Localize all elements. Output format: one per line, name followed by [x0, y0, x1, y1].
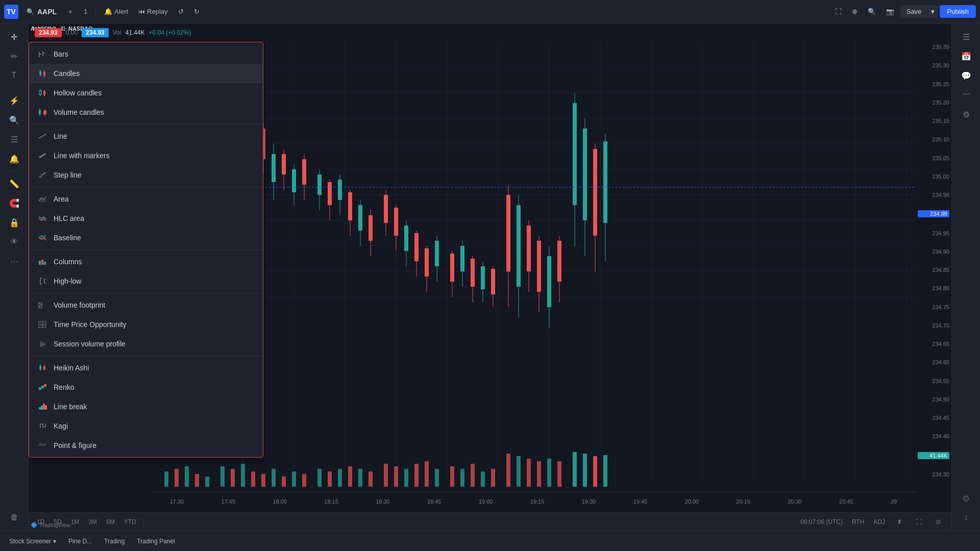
trading-panel-label: Trading Panel	[137, 538, 175, 545]
interval-selector[interactable]: 1	[80, 6, 91, 17]
arrow-icon[interactable]: ↕	[957, 508, 975, 527]
menu-item-kagi[interactable]: Kagi	[29, 416, 263, 436]
line-label: Line	[54, 132, 67, 140]
search-tool[interactable]: 🔍	[5, 111, 23, 129]
replay-icon: ⏮	[138, 8, 145, 15]
time-19-15: 19:15	[530, 498, 545, 505]
settings-icon[interactable]: ⚙	[957, 105, 975, 123]
wave-icon[interactable]: 〰	[957, 86, 975, 104]
svg-rect-58	[338, 180, 342, 200]
svg-rect-246	[43, 366, 45, 370]
svg-rect-102	[583, 129, 587, 220]
menu-item-line[interactable]: Line	[29, 127, 263, 146]
chart-area: NASDAQ · 1 · 234.93 0.00 234.93 Vol 41.4…	[29, 23, 951, 531]
lock-tool[interactable]: 🔒	[5, 213, 23, 232]
area-icon	[37, 194, 47, 204]
save-dropdown-button[interactable]: ▾	[927, 5, 938, 18]
alert-tool[interactable]: 🔔	[5, 149, 23, 168]
menu-item-line-break[interactable]: Line break	[29, 397, 263, 416]
pine-d-tab[interactable]: Pine D...	[63, 536, 97, 547]
svg-rect-232	[40, 304, 42, 306]
draw-tool[interactable]: ✏	[5, 47, 23, 65]
price-tick: 234.40	[918, 433, 949, 439]
session-volume-icon	[37, 339, 47, 349]
vol-price-badge: 41.44K	[918, 452, 949, 459]
fullscreen-chart-button[interactable]: ⛶	[910, 513, 928, 531]
replay-button[interactable]: ⏮ Replay	[134, 6, 172, 17]
text-tool[interactable]: T	[5, 66, 23, 85]
trading-panel-tab[interactable]: Trading Panel	[132, 536, 180, 547]
menu-item-bars[interactable]: Bars	[29, 44, 263, 64]
watchlist-icon[interactable]: ☰	[957, 28, 975, 46]
app-logo: TV	[4, 5, 18, 19]
templates-tool[interactable]: ☰	[5, 130, 23, 148]
step-line-icon	[37, 170, 47, 180]
crosshair-tool[interactable]: ✛	[5, 28, 23, 46]
menu-item-volume-candles[interactable]: Volume candles	[29, 103, 263, 122]
price-scale: 235.35 235.30 235.25 235.20 235.15 235.1…	[916, 42, 951, 480]
eye-tool[interactable]: 👁	[5, 233, 23, 251]
svg-rect-132	[425, 461, 429, 487]
compare-button[interactable]: ⊕	[848, 6, 862, 17]
redo-button[interactable]: ↻	[190, 6, 204, 17]
menu-item-hollow-candles[interactable]: Hollow candles	[29, 83, 263, 103]
menu-item-high-low[interactable]: High-low	[29, 271, 263, 291]
expand-chart-button[interactable]: ⬆	[890, 513, 909, 531]
publish-button[interactable]: Publish	[940, 5, 976, 18]
menu-item-heikin-ashi[interactable]: Heikin Ashi	[29, 358, 263, 378]
delete-tool[interactable]: 🗑	[5, 508, 23, 527]
svg-rect-116	[251, 471, 255, 487]
calendar-icon[interactable]: 📅	[957, 47, 975, 65]
svg-rect-134	[450, 466, 454, 487]
price-tick: 234.50	[918, 396, 949, 403]
menu-item-hlc-area[interactable]: HLC area	[29, 209, 263, 228]
fullscreen-button[interactable]: ⛶	[831, 6, 846, 17]
tf-ytd[interactable]: YTD	[120, 517, 140, 527]
settings-button-chart[interactable]: ⊙	[929, 513, 947, 531]
time-20-45: 20:45	[839, 498, 853, 505]
stock-screener-tab[interactable]: Stock Screener ▾	[4, 536, 61, 547]
indicators-tool[interactable]: ⚡	[5, 91, 23, 110]
trading-tab[interactable]: Trading	[99, 536, 130, 547]
menu-item-point-figure[interactable]: X O X Point & figure	[29, 436, 263, 455]
svg-rect-64	[369, 215, 373, 241]
time-price-label: Time Price Opportunity	[54, 320, 127, 329]
menu-item-volume-footprint[interactable]: Volume footprint	[29, 295, 263, 315]
undo-button[interactable]: ↺	[174, 6, 188, 17]
save-button[interactable]: Save	[900, 5, 928, 18]
svg-rect-74	[425, 248, 429, 277]
menu-item-area[interactable]: Area	[29, 189, 263, 209]
magnet-tool[interactable]: 🧲	[5, 194, 23, 212]
target-icon[interactable]: ⊙	[957, 489, 975, 507]
svg-rect-119	[282, 477, 286, 487]
menu-item-renko[interactable]: Renko	[29, 378, 263, 397]
tv-logo-text: 🔷 TradingView	[31, 522, 70, 529]
bottom-bar: Stock Screener ▾ Pine D... Trading Tradi…	[0, 531, 980, 551]
adj-button[interactable]: ADJ	[869, 517, 889, 527]
svg-rect-50	[292, 169, 296, 192]
menu-item-baseline[interactable]: Baseline	[29, 228, 263, 247]
menu-item-line-markers[interactable]: Line with markers	[29, 146, 263, 165]
price-tick: 235.05	[918, 155, 949, 161]
snapshot-button[interactable]: 📷	[882, 6, 898, 17]
menu-item-columns[interactable]: Columns	[29, 252, 263, 271]
tf-6m[interactable]: 6M	[102, 517, 119, 527]
menu-item-candles[interactable]: Candles	[29, 64, 263, 83]
zoom-button[interactable]: 🔍	[864, 6, 880, 17]
alert-button[interactable]: 🔔 Alert	[100, 6, 132, 17]
add-indicator-button[interactable]: ＋	[63, 5, 78, 18]
tf-3m[interactable]: 3M	[84, 517, 101, 527]
rth-button[interactable]: RTH	[848, 517, 868, 527]
svg-rect-72	[414, 233, 419, 261]
ruler-tool[interactable]: 📏	[5, 174, 23, 193]
menu-item-time-price[interactable]: Time Price Opportunity	[29, 315, 263, 334]
menu-item-session-volume[interactable]: Session volume profile	[29, 334, 263, 354]
menu-item-step-line[interactable]: Step line	[29, 165, 263, 185]
line-break-label: Line break	[54, 403, 87, 411]
chat-icon[interactable]: 💬	[957, 66, 975, 85]
symbol-selector[interactable]: 🔍 AAPL	[22, 6, 61, 18]
baseline-icon	[37, 233, 47, 243]
more-tools[interactable]: ⋯	[5, 252, 23, 270]
svg-rect-250	[39, 407, 41, 410]
left-sidebar: ✛ ✏ T ⚡ 🔍 ☰ 🔔 📏 🧲 🔒 👁 ⋯ 🗑	[0, 23, 29, 531]
